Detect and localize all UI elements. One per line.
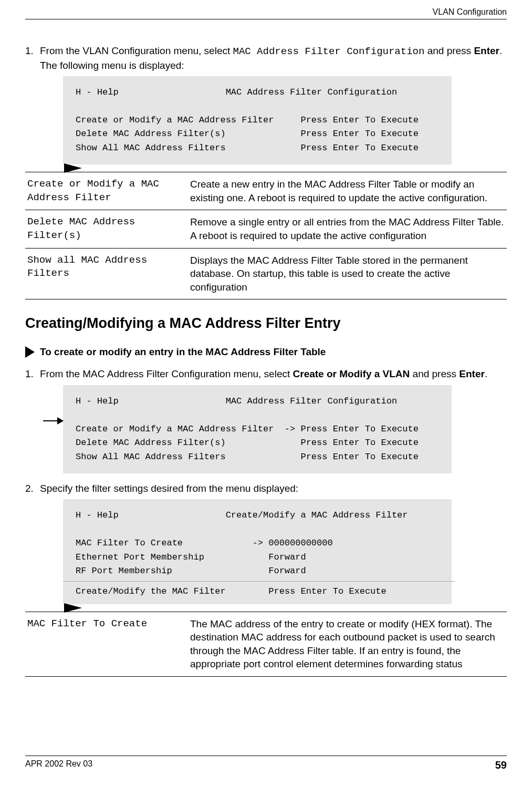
step-1-code: MAC Address Filter Configuration [233,46,425,57]
def-desc: The MAC address of the entry to create o… [190,617,507,671]
def-term: Show all MAC Address Filters [25,254,190,294]
step-2-bold1: Create or Modify a VLAN [293,368,410,379]
step-3-number: 2. [25,482,40,495]
step-2-post: . [485,368,487,379]
step-2-bold2: Enter [459,368,485,379]
procedure-line: To create or modify an entry in the MAC … [25,346,507,358]
step-1-pre: From the VLAN Configuration menu, select [40,45,233,56]
footer: APR 2002 Rev 03 59 [25,756,507,771]
top-rule [25,19,507,19]
step-2-pre: From the MAC Address Filter Configuratio… [40,368,293,379]
code2-b: Create or Modify a MAC Address Filter ->… [76,422,419,436]
page-number: 59 [495,759,507,771]
definitions-table-2: MAC Filter To Create The MAC address of … [25,612,507,677]
code-block-3: H - Help Create/Modify a MAC Address Fil… [63,499,452,604]
triangle-icon [64,603,82,613]
code-block-1: H - Help MAC Address Filter Configuratio… [63,76,452,164]
step-1-bold1: Enter [474,45,499,56]
step-2-mid: and press [410,368,459,379]
triangle-icon [64,163,82,173]
code2-a: H - Help MAC Address Filter Configuratio… [76,396,397,406]
sub-rule [63,581,455,582]
def-desc: Remove a single entry or all entries fro… [190,215,507,242]
def-desc: Displays the MAC Address Filter Table st… [190,254,507,294]
def-desc: Create a new entry in the MAC Address Fi… [190,178,507,204]
table-row: Create or Modify a MAC Address Filter Cr… [25,172,507,210]
step-1-mid1: and press [424,45,474,56]
running-header: VLAN Configuration [433,7,507,17]
def-term: Create or Modify a MAC Address Filter [25,178,190,204]
section-heading: Creating/Modifying a MAC Address Filter … [25,315,507,332]
table-row: MAC Filter To Create The MAC address of … [25,612,507,677]
step-2-number: 1. [25,367,40,381]
procedure-text: To create or modify an entry in the MAC … [40,346,326,358]
definitions-table-1: Create or Modify a MAC Address Filter Cr… [25,172,507,299]
table-row: Delete MAC Address Filter(s) Remove a si… [25,210,507,248]
code2-c: Delete MAC Address Filter(s) Press Enter… [76,438,419,461]
footer-left: APR 2002 Rev 03 [25,759,92,771]
step-3-text: Specify the filter settings desired from… [40,482,298,495]
code3-b: Create/Modify the MAC Filter Press Enter… [76,586,387,596]
def-term: MAC Filter To Create [25,617,190,671]
def-term: Delete MAC Address Filter(s) [25,215,190,242]
step-1-number: 1. [25,44,40,72]
step-2: 1. From the MAC Address Filter Configura… [25,367,507,381]
code-block-2: H - Help MAC Address Filter Configuratio… [63,385,452,473]
code3-a: H - Help Create/Modify a MAC Address Fil… [76,510,408,575]
step-1-text: From the VLAN Configuration menu, select… [40,44,507,72]
step-2-text: From the MAC Address Filter Configuratio… [40,367,487,381]
arrow-icon [43,420,63,421]
step-1: 1. From the VLAN Configuration menu, sel… [25,44,507,72]
triangle-icon [25,346,35,358]
step-3: 2. Specify the filter settings desired f… [25,482,507,495]
table-row: Show all MAC Address Filters Displays th… [25,249,507,300]
